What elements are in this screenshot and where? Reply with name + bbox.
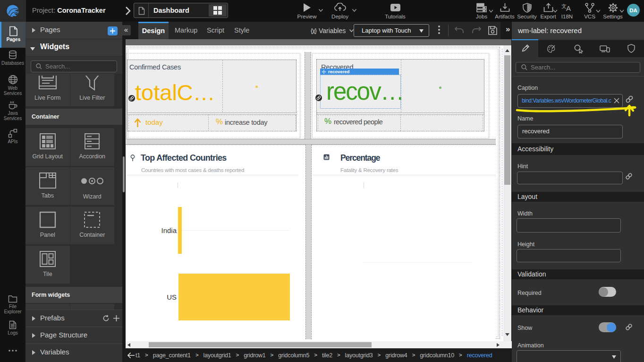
svg-text:A: A	[566, 4, 571, 12]
